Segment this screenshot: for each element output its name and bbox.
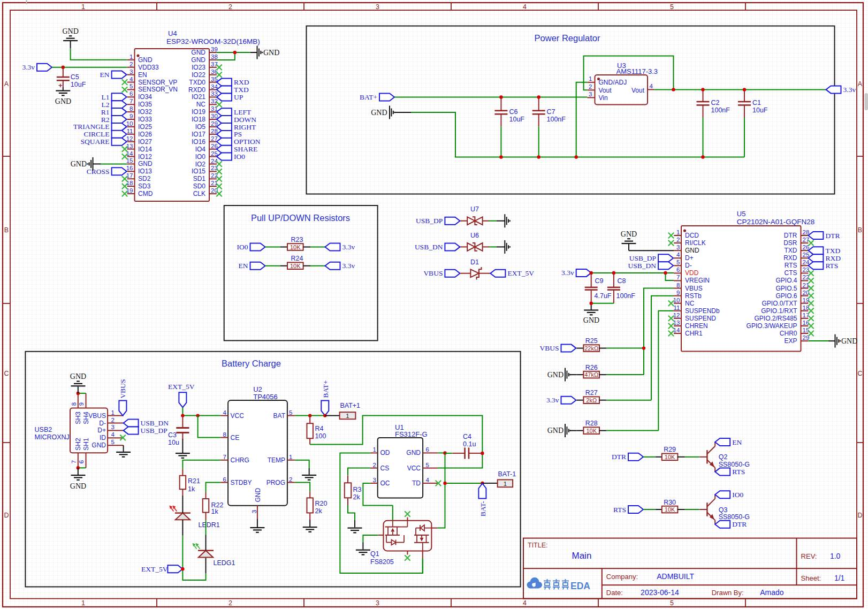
svg-text:1/1: 1/1 [834, 574, 845, 582]
svg-text:25: 25 [803, 252, 810, 258]
svg-text:CE: CE [231, 434, 240, 441]
svg-text:23: 23 [803, 267, 810, 273]
svg-text:1.0: 1.0 [830, 552, 841, 560]
svg-text:Main: Main [572, 551, 592, 561]
svg-text:3.3v: 3.3v [342, 243, 355, 251]
svg-text:IO22: IO22 [192, 71, 205, 79]
svg-text:7: 7 [71, 460, 77, 463]
svg-text:VBUS: VBUS [685, 285, 703, 292]
svg-text:5: 5 [289, 409, 292, 416]
svg-text:VCC: VCC [231, 412, 245, 420]
svg-text:26: 26 [211, 143, 218, 149]
svg-text:CHRG: CHRG [231, 456, 249, 464]
svg-text:SD0: SD0 [193, 182, 206, 190]
svg-text:C6: C6 [509, 108, 518, 116]
svg-text:2kΩ: 2kΩ [586, 397, 597, 404]
svg-text:1k: 1k [188, 485, 195, 493]
svg-text:4: 4 [111, 431, 115, 438]
svg-text:2: 2 [130, 61, 133, 67]
svg-text:USB_DN: USB_DN [628, 262, 657, 270]
svg-text:22kΩ: 22kΩ [584, 345, 598, 352]
svg-text:3: 3 [376, 3, 379, 11]
svg-text:5: 5 [111, 439, 115, 445]
svg-text:1: 1 [676, 229, 680, 235]
svg-text:1: 1 [111, 409, 115, 416]
svg-text:PROG: PROG [267, 479, 285, 486]
svg-text:GPIO.5: GPIO.5 [775, 285, 797, 292]
svg-text:6: 6 [78, 460, 85, 463]
svg-text:GND: GND [71, 160, 87, 168]
svg-text:R20: R20 [315, 500, 328, 507]
svg-text:TXD: TXD [825, 247, 840, 255]
svg-text:3: 3 [376, 599, 379, 607]
svg-text:Company:: Company: [606, 573, 638, 581]
svg-text:IO34: IO34 [138, 93, 152, 101]
svg-text:R4: R4 [315, 425, 324, 432]
svg-text:B: B [858, 226, 862, 234]
svg-text:BAT+1: BAT+1 [340, 402, 360, 409]
svg-text:33: 33 [211, 90, 218, 97]
svg-text:14: 14 [673, 327, 680, 333]
svg-text:SS8050-G: SS8050-G [719, 461, 750, 468]
svg-text:CTS: CTS [785, 269, 797, 277]
svg-text:Drawn By:: Drawn By: [712, 589, 744, 597]
svg-text:RTS: RTS [825, 262, 838, 270]
svg-text:GND: GND [254, 488, 262, 502]
svg-text:DCD: DCD [685, 232, 699, 239]
svg-text:VBUS: VBUS [119, 379, 127, 399]
svg-text:8: 8 [130, 105, 133, 112]
svg-text:17: 17 [126, 172, 133, 179]
svg-text:EN: EN [239, 262, 248, 270]
svg-text:4.7uF: 4.7uF [595, 292, 612, 300]
svg-text:1k: 1k [211, 508, 219, 515]
svg-text:10K: 10K [665, 454, 675, 460]
svg-text:13: 13 [673, 319, 680, 326]
svg-text:10: 10 [673, 297, 680, 303]
svg-text:10K: 10K [290, 244, 301, 250]
svg-text:IO0: IO0 [234, 153, 245, 161]
svg-text:R1: R1 [101, 108, 110, 116]
svg-text:SUSPEND: SUSPEND [685, 315, 716, 322]
svg-text:29: 29 [211, 120, 218, 127]
svg-text:IO2: IO2 [195, 161, 206, 168]
svg-text:CIRCLE: CIRCLE [84, 130, 110, 138]
svg-text:IO35: IO35 [138, 101, 152, 108]
svg-text:5: 5 [670, 599, 674, 607]
svg-text:Q1: Q1 [370, 550, 379, 558]
svg-text:2: 2 [111, 417, 115, 423]
svg-text:L1: L1 [102, 93, 110, 101]
svg-text:R27: R27 [585, 389, 598, 397]
svg-text:IO32: IO32 [138, 108, 152, 116]
svg-text:BAT+: BAT+ [360, 93, 377, 101]
svg-text:24: 24 [211, 158, 218, 164]
svg-text:USB_DP: USB_DP [629, 254, 656, 262]
svg-text:8: 8 [223, 431, 226, 438]
svg-text:C8: C8 [618, 277, 626, 285]
svg-text:10: 10 [126, 120, 133, 127]
svg-text:RSTb: RSTb [685, 292, 702, 300]
svg-text:RIGHT: RIGHT [234, 123, 256, 131]
svg-text:GPIO.3/WAKEUP: GPIO.3/WAKEUP [747, 322, 797, 330]
svg-text:R21: R21 [188, 477, 200, 485]
svg-text:1: 1 [81, 3, 85, 11]
svg-text:R29: R29 [664, 446, 676, 453]
svg-text:USB_DN: USB_DN [415, 243, 443, 251]
svg-text:GND: GND [55, 97, 71, 105]
svg-text:VCC: VCC [407, 465, 421, 472]
svg-text:GND/ADJ: GND/ADJ [599, 79, 627, 86]
svg-text:25: 25 [211, 150, 218, 157]
svg-text:VDD33: VDD33 [138, 64, 159, 71]
svg-text:1: 1 [81, 599, 85, 607]
svg-text:2k: 2k [353, 493, 361, 501]
svg-text:EDA: EDA [570, 581, 590, 591]
svg-text:10u: 10u [168, 439, 179, 446]
svg-text:DSR: DSR [783, 239, 797, 247]
svg-text:B: B [4, 226, 9, 234]
svg-text:SH2: SH2 [74, 438, 82, 451]
svg-text:Battery Charge: Battery Charge [222, 359, 281, 368]
svg-text:3: 3 [589, 91, 592, 97]
svg-text:GND: GND [138, 56, 153, 64]
svg-text:IO23: IO23 [192, 64, 205, 71]
svg-text:47kΩ: 47kΩ [584, 371, 598, 378]
svg-text:BAT: BAT [273, 412, 286, 420]
